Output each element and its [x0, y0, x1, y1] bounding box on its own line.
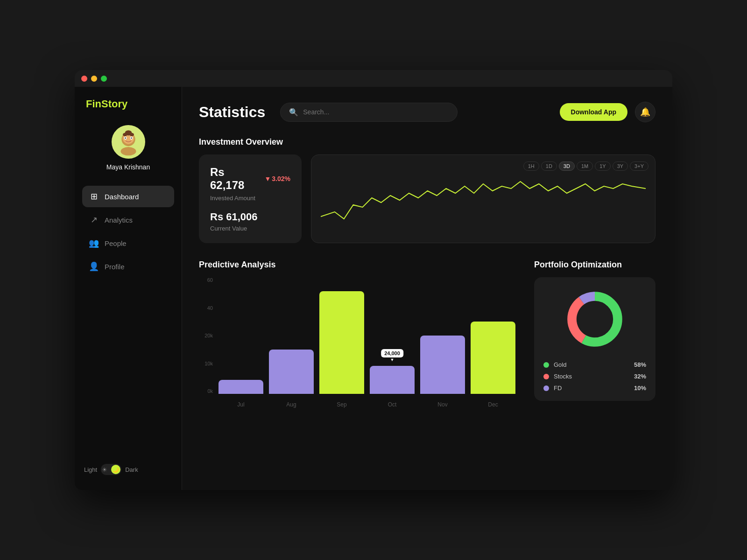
bars-wrapper: 24,000 — [218, 277, 515, 394]
tf-3plus[interactable]: 3+Y — [630, 161, 648, 171]
dashboard-icon: ⊞ — [89, 191, 99, 202]
sidebar-item-people[interactable]: 👥 People — [82, 232, 174, 254]
bar-group-oct: 24,000 — [370, 277, 415, 394]
sidebar-label-profile: Profile — [105, 263, 125, 271]
stocks-label: Stocks — [554, 373, 629, 380]
bar-nov — [420, 336, 465, 394]
x-label-aug: Aug — [269, 401, 314, 408]
y-label-10k: 10k — [204, 361, 213, 366]
sun-icon: ☀ — [102, 466, 107, 473]
sidebar-label-dashboard: Dashboard — [105, 193, 139, 201]
bar-group-nov — [420, 277, 465, 394]
investment-card: Rs 62,178 ▼ 3.02% Invested Amount Rs 61,… — [199, 154, 302, 243]
portfolio-card: Gold 58% Stocks 32% FD 10% — [534, 277, 655, 401]
investment-overview-section: Investment Overview Rs 62,178 ▼ 3.02% In… — [199, 137, 655, 243]
people-icon: 👥 — [89, 238, 99, 248]
tf-1m[interactable]: 1M — [577, 161, 593, 171]
toggle-track[interactable]: ☀ 🌙 — [101, 464, 121, 475]
x-label-dec: Dec — [471, 401, 515, 408]
x-axis: Jul Aug Sep Oct Nov Dec — [218, 401, 515, 408]
x-label-oct: Oct — [370, 401, 415, 408]
user-profile-section: Maya Krishnan — [82, 125, 174, 171]
user-name: Maya Krishnan — [106, 163, 150, 171]
logo: FinStory — [82, 98, 174, 110]
y-axis: 60 40 20k 10k 0k — [199, 277, 216, 394]
donut-chart — [562, 287, 627, 352]
bar-jul — [218, 380, 263, 394]
logo-prefix: Fin — [86, 98, 101, 110]
dark-label: Dark — [125, 466, 138, 473]
invested-amount: Rs 62,178 — [210, 166, 260, 192]
bar-oct: 24,000 — [370, 366, 415, 394]
tf-3y[interactable]: 3Y — [613, 161, 628, 171]
fd-label: FD — [554, 385, 629, 392]
sidebar: FinStory — [75, 87, 182, 490]
predictive-analysis-section: Predictive Analysis 60 40 20k 10k 0k — [199, 260, 515, 408]
search-input[interactable] — [303, 108, 449, 116]
current-value-label: Current Value — [210, 225, 290, 232]
profile-icon: 👤 — [89, 261, 99, 272]
close-button[interactable] — [81, 76, 87, 82]
tf-1y[interactable]: 1Y — [595, 161, 610, 171]
sidebar-nav: ⊞ Dashboard ↗ Analytics 👥 People 👤 Profi… — [82, 186, 174, 460]
light-label: Light — [84, 466, 97, 473]
download-app-button[interactable]: Download App — [560, 103, 627, 121]
svg-point-10 — [129, 133, 134, 136]
svg-point-9 — [123, 133, 127, 136]
legend-item-stocks: Stocks 32% — [543, 373, 646, 380]
stocks-dot — [543, 374, 549, 379]
gold-label: Gold — [554, 361, 629, 368]
notification-button[interactable]: 🔔 — [635, 102, 655, 122]
minimize-button[interactable] — [91, 76, 97, 82]
tf-1h[interactable]: 1H — [523, 161, 539, 171]
analytics-icon: ↗ — [89, 215, 99, 225]
sidebar-item-profile[interactable]: 👤 Profile — [82, 256, 174, 277]
search-icon: 🔍 — [289, 108, 298, 117]
bar-tooltip: 24,000 — [381, 349, 403, 357]
app-window: FinStory — [75, 70, 672, 490]
down-arrow-icon: ▼ — [264, 175, 271, 182]
y-label-0k: 0k — [207, 388, 213, 394]
sidebar-label-people: People — [105, 239, 127, 247]
bar-group-sep — [319, 277, 364, 394]
search-bar[interactable]: 🔍 — [280, 103, 458, 122]
line-chart-container: 1H 1D 3D 1M 1Y 3Y 3+Y — [311, 154, 655, 243]
theme-toggle[interactable]: Light ☀ 🌙 Dark — [82, 460, 174, 479]
maximize-button[interactable] — [101, 76, 107, 82]
y-label-60: 60 — [207, 277, 213, 283]
tf-3d[interactable]: 3D — [559, 161, 575, 171]
bar-chart-area: 60 40 20k 10k 0k — [199, 277, 515, 408]
change-value: 3.02% — [272, 175, 290, 182]
fd-pct: 10% — [634, 385, 646, 392]
svg-point-6 — [125, 137, 126, 139]
legend-item-gold: Gold 58% — [543, 361, 646, 368]
gold-dot — [543, 362, 549, 368]
tf-1d[interactable]: 1D — [541, 161, 557, 171]
x-label-sep: Sep — [319, 401, 364, 408]
bottom-section: Predictive Analysis 60 40 20k 10k 0k — [199, 260, 655, 408]
stocks-pct: 32% — [634, 373, 646, 380]
x-label-nov: Nov — [420, 401, 465, 408]
bar-sep — [319, 291, 364, 394]
portfolio-legend: Gold 58% Stocks 32% FD 10% — [543, 361, 646, 392]
svg-point-2 — [120, 147, 136, 155]
y-label-40: 40 — [207, 305, 213, 311]
logo-suffix: Story — [101, 98, 127, 110]
y-label-20k: 20k — [204, 333, 213, 338]
portfolio-title: Portfolio Optimization — [534, 260, 655, 270]
x-label-jul: Jul — [218, 401, 263, 408]
gold-pct: 58% — [634, 361, 646, 368]
investment-overview-title: Investment Overview — [199, 137, 655, 147]
page-title: Statistics — [199, 104, 265, 121]
avatar — [112, 125, 145, 159]
predictive-analysis-title: Predictive Analysis — [199, 260, 515, 270]
sidebar-item-dashboard[interactable]: ⊞ Dashboard — [82, 186, 174, 207]
top-bar: Statistics 🔍 Download App 🔔 — [199, 102, 655, 122]
main-content: Statistics 🔍 Download App 🔔 Investment O… — [182, 87, 672, 490]
fd-dot — [543, 385, 549, 391]
line-chart — [321, 170, 646, 231]
toggle-knob: 🌙 — [111, 465, 120, 474]
sidebar-item-analytics[interactable]: ↗ Analytics — [82, 209, 174, 231]
bar-group-aug — [269, 277, 314, 394]
bar-aug — [269, 350, 314, 394]
